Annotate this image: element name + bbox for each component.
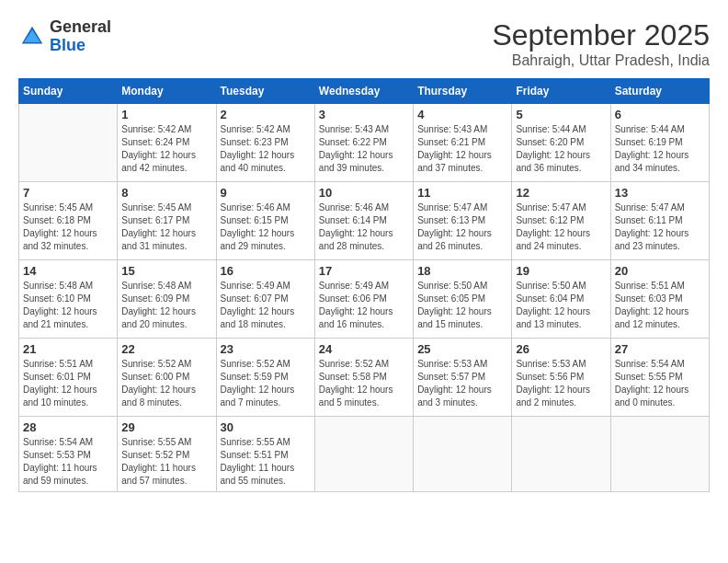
- day-number: 4: [417, 108, 507, 121]
- calendar-cell: 22Sunrise: 5:52 AM Sunset: 6:00 PM Dayli…: [118, 339, 216, 417]
- header: General Blue September 2025 Bahraigh, Ut…: [18, 18, 710, 69]
- calendar-cell: 17Sunrise: 5:49 AM Sunset: 6:06 PM Dayli…: [314, 260, 413, 339]
- day-number: 12: [516, 186, 606, 200]
- logo: General Blue: [18, 18, 111, 55]
- calendar-cell: 1Sunrise: 5:42 AM Sunset: 6:24 PM Daylig…: [118, 104, 216, 182]
- calendar-cell: 13Sunrise: 5:47 AM Sunset: 6:11 PM Dayli…: [610, 182, 709, 260]
- cell-info: Sunrise: 5:51 AM Sunset: 6:03 PM Dayligh…: [615, 280, 705, 331]
- calendar-cell: 23Sunrise: 5:52 AM Sunset: 5:59 PM Dayli…: [216, 339, 314, 417]
- calendar-cell: 11Sunrise: 5:47 AM Sunset: 6:13 PM Dayli…: [414, 182, 512, 260]
- day-number: 8: [121, 186, 211, 200]
- cell-info: Sunrise: 5:47 AM Sunset: 6:13 PM Dayligh…: [417, 201, 507, 253]
- column-header-saturday: Saturday: [610, 79, 709, 104]
- day-number: 16: [221, 264, 311, 278]
- calendar-cell: 20Sunrise: 5:51 AM Sunset: 6:03 PM Dayli…: [610, 260, 709, 339]
- cell-info: Sunrise: 5:54 AM Sunset: 5:53 PM Dayligh…: [23, 436, 113, 488]
- day-number: 25: [417, 342, 507, 356]
- column-header-monday: Monday: [118, 79, 216, 104]
- calendar: SundayMondayTuesdayWednesdayThursdayFrid…: [18, 78, 710, 492]
- cell-info: Sunrise: 5:48 AM Sunset: 6:09 PM Dayligh…: [121, 280, 211, 331]
- calendar-cell: 21Sunrise: 5:51 AM Sunset: 6:01 PM Dayli…: [19, 339, 118, 417]
- cell-info: Sunrise: 5:46 AM Sunset: 6:15 PM Dayligh…: [221, 201, 311, 253]
- cell-info: Sunrise: 5:52 AM Sunset: 6:00 PM Dayligh…: [121, 358, 211, 409]
- cell-info: Sunrise: 5:50 AM Sunset: 6:05 PM Dayligh…: [417, 280, 507, 331]
- cell-info: Sunrise: 5:55 AM Sunset: 5:52 PM Dayligh…: [121, 436, 211, 488]
- day-number: 28: [23, 420, 113, 434]
- day-number: 27: [615, 342, 705, 356]
- calendar-cell: 25Sunrise: 5:53 AM Sunset: 5:57 PM Dayli…: [414, 339, 512, 417]
- day-number: 15: [121, 264, 211, 278]
- column-header-wednesday: Wednesday: [314, 79, 413, 104]
- calendar-cell: 26Sunrise: 5:53 AM Sunset: 5:56 PM Dayli…: [512, 339, 610, 417]
- day-number: 14: [23, 264, 113, 278]
- column-header-sunday: Sunday: [19, 79, 118, 104]
- day-number: 22: [121, 342, 211, 356]
- calendar-cell: 4Sunrise: 5:43 AM Sunset: 6:21 PM Daylig…: [414, 104, 512, 182]
- cell-info: Sunrise: 5:45 AM Sunset: 6:17 PM Dayligh…: [121, 201, 211, 253]
- day-number: 2: [221, 108, 311, 121]
- calendar-cell: [512, 417, 610, 492]
- cell-info: Sunrise: 5:55 AM Sunset: 5:51 PM Dayligh…: [221, 436, 311, 488]
- title-area: September 2025 Bahraigh, Uttar Pradesh, …: [492, 18, 710, 69]
- day-number: 13: [615, 186, 705, 200]
- cell-info: Sunrise: 5:44 AM Sunset: 6:20 PM Dayligh…: [516, 123, 606, 175]
- cell-info: Sunrise: 5:48 AM Sunset: 6:10 PM Dayligh…: [23, 280, 113, 331]
- day-number: 29: [121, 420, 211, 434]
- calendar-header-row: SundayMondayTuesdayWednesdayThursdayFrid…: [19, 79, 710, 104]
- calendar-cell: [610, 417, 709, 492]
- calendar-cell: 27Sunrise: 5:54 AM Sunset: 5:55 PM Dayli…: [610, 339, 709, 417]
- calendar-cell: 6Sunrise: 5:44 AM Sunset: 6:19 PM Daylig…: [610, 104, 709, 182]
- cell-info: Sunrise: 5:42 AM Sunset: 6:23 PM Dayligh…: [221, 123, 311, 175]
- cell-info: Sunrise: 5:53 AM Sunset: 5:57 PM Dayligh…: [417, 358, 507, 409]
- logo-text: General Blue: [50, 18, 111, 55]
- calendar-cell: 9Sunrise: 5:46 AM Sunset: 6:15 PM Daylig…: [216, 182, 314, 260]
- calendar-cell: [414, 417, 512, 492]
- calendar-cell: 24Sunrise: 5:52 AM Sunset: 5:58 PM Dayli…: [314, 339, 413, 417]
- calendar-cell: 30Sunrise: 5:55 AM Sunset: 5:51 PM Dayli…: [216, 417, 314, 492]
- calendar-cell: 16Sunrise: 5:49 AM Sunset: 6:07 PM Dayli…: [216, 260, 314, 339]
- cell-info: Sunrise: 5:46 AM Sunset: 6:14 PM Dayligh…: [319, 201, 409, 253]
- day-number: 11: [417, 186, 507, 200]
- calendar-cell: [19, 104, 118, 182]
- column-header-thursday: Thursday: [414, 79, 512, 104]
- cell-info: Sunrise: 5:49 AM Sunset: 6:06 PM Dayligh…: [319, 280, 409, 331]
- cell-info: Sunrise: 5:53 AM Sunset: 5:56 PM Dayligh…: [516, 358, 606, 409]
- cell-info: Sunrise: 5:51 AM Sunset: 6:01 PM Dayligh…: [23, 358, 113, 409]
- day-number: 6: [615, 108, 705, 121]
- calendar-cell: 5Sunrise: 5:44 AM Sunset: 6:20 PM Daylig…: [512, 104, 610, 182]
- calendar-cell: 18Sunrise: 5:50 AM Sunset: 6:05 PM Dayli…: [414, 260, 512, 339]
- cell-info: Sunrise: 5:47 AM Sunset: 6:12 PM Dayligh…: [516, 201, 606, 253]
- calendar-cell: 19Sunrise: 5:50 AM Sunset: 6:04 PM Dayli…: [512, 260, 610, 339]
- day-number: 9: [221, 186, 311, 200]
- day-number: 21: [23, 342, 113, 356]
- cell-info: Sunrise: 5:45 AM Sunset: 6:18 PM Dayligh…: [23, 201, 113, 253]
- day-number: 5: [516, 108, 606, 121]
- month-title: September 2025: [492, 18, 710, 52]
- calendar-cell: 28Sunrise: 5:54 AM Sunset: 5:53 PM Dayli…: [19, 417, 118, 492]
- cell-info: Sunrise: 5:43 AM Sunset: 6:21 PM Dayligh…: [417, 123, 507, 175]
- cell-info: Sunrise: 5:49 AM Sunset: 6:07 PM Dayligh…: [221, 280, 311, 331]
- cell-info: Sunrise: 5:52 AM Sunset: 5:58 PM Dayligh…: [319, 358, 409, 409]
- calendar-cell: 14Sunrise: 5:48 AM Sunset: 6:10 PM Dayli…: [19, 260, 118, 339]
- location: Bahraigh, Uttar Pradesh, India: [492, 52, 710, 69]
- calendar-cell: 2Sunrise: 5:42 AM Sunset: 6:23 PM Daylig…: [216, 104, 314, 182]
- day-number: 24: [319, 342, 409, 356]
- calendar-cell: [314, 417, 413, 492]
- calendar-cell: 3Sunrise: 5:43 AM Sunset: 6:22 PM Daylig…: [314, 104, 413, 182]
- logo-icon: [18, 23, 46, 51]
- cell-info: Sunrise: 5:47 AM Sunset: 6:11 PM Dayligh…: [615, 201, 705, 253]
- cell-info: Sunrise: 5:54 AM Sunset: 5:55 PM Dayligh…: [615, 358, 705, 409]
- calendar-cell: 8Sunrise: 5:45 AM Sunset: 6:17 PM Daylig…: [118, 182, 216, 260]
- day-number: 23: [221, 342, 311, 356]
- cell-info: Sunrise: 5:44 AM Sunset: 6:19 PM Dayligh…: [615, 123, 705, 175]
- day-number: 3: [319, 108, 409, 121]
- cell-info: Sunrise: 5:43 AM Sunset: 6:22 PM Dayligh…: [319, 123, 409, 175]
- day-number: 19: [516, 264, 606, 278]
- calendar-cell: 15Sunrise: 5:48 AM Sunset: 6:09 PM Dayli…: [118, 260, 216, 339]
- cell-info: Sunrise: 5:52 AM Sunset: 5:59 PM Dayligh…: [221, 358, 311, 409]
- day-number: 18: [417, 264, 507, 278]
- cell-info: Sunrise: 5:42 AM Sunset: 6:24 PM Dayligh…: [121, 123, 211, 175]
- calendar-cell: 12Sunrise: 5:47 AM Sunset: 6:12 PM Dayli…: [512, 182, 610, 260]
- day-number: 20: [615, 264, 705, 278]
- calendar-cell: 7Sunrise: 5:45 AM Sunset: 6:18 PM Daylig…: [19, 182, 118, 260]
